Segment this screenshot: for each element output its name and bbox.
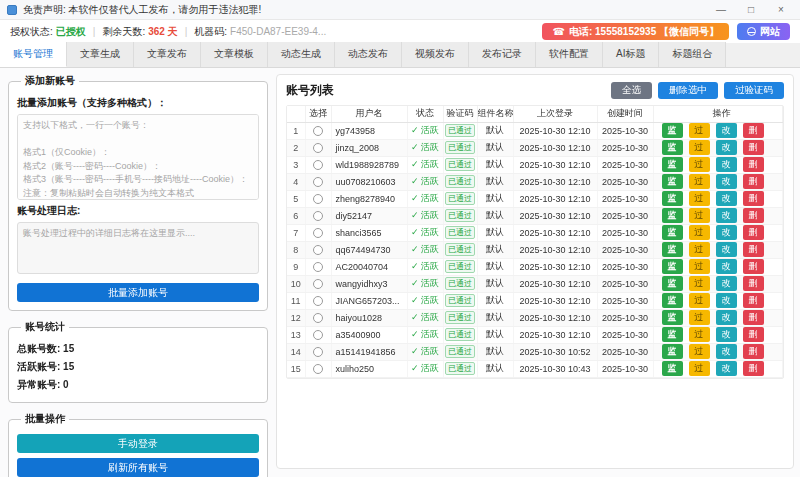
row-checkbox[interactable] [313, 177, 323, 187]
row-action-过-button[interactable]: 过 [689, 344, 710, 359]
row-action-删-button[interactable]: 删 [743, 259, 764, 274]
row-action-改-button[interactable]: 改 [716, 242, 737, 257]
row-action-过-button[interactable]: 过 [689, 123, 710, 138]
row-action-删-button[interactable]: 删 [743, 293, 764, 308]
close-icon[interactable]: × [766, 0, 796, 20]
row-action-过-button[interactable]: 过 [689, 242, 710, 257]
tab-文章发布[interactable]: 文章发布 [134, 42, 201, 67]
row-checkbox[interactable] [313, 330, 323, 340]
row-action-删-button[interactable]: 删 [743, 157, 764, 172]
batch-op-button-刷新所有账号[interactable]: 刷新所有账号 [17, 458, 259, 477]
row-action-过-button[interactable]: 过 [689, 157, 710, 172]
batch-add-button[interactable]: 批量添加账号 [17, 283, 259, 302]
row-checkbox[interactable] [313, 126, 323, 136]
row-action-改-button[interactable]: 改 [716, 259, 737, 274]
row-checkbox[interactable] [313, 347, 323, 357]
row-action-删-button[interactable]: 删 [743, 344, 764, 359]
row-action-监-button[interactable]: 监 [662, 293, 683, 308]
toolbar-button-过验证码[interactable]: 过验证码 [724, 82, 784, 99]
row-action-过-button[interactable]: 过 [689, 310, 710, 325]
row-action-过-button[interactable]: 过 [689, 225, 710, 240]
toolbar-button-删除选中[interactable]: 删除选中 [658, 82, 718, 99]
row-checkbox[interactable] [313, 194, 323, 204]
row-action-过-button[interactable]: 过 [689, 327, 710, 342]
row-checkbox[interactable] [313, 364, 323, 374]
row-action-删-button[interactable]: 删 [743, 123, 764, 138]
batch-add-textarea[interactable] [17, 114, 259, 200]
row-checkbox[interactable] [313, 228, 323, 238]
row-action-删-button[interactable]: 删 [743, 225, 764, 240]
row-action-改-button[interactable]: 改 [716, 276, 737, 291]
tab-文章模板[interactable]: 文章模板 [201, 42, 268, 67]
row-action-监-button[interactable]: 监 [662, 327, 683, 342]
row-action-删-button[interactable]: 删 [743, 208, 764, 223]
row-checkbox[interactable] [313, 313, 323, 323]
maximize-icon[interactable]: □ [736, 0, 766, 20]
row-action-监-button[interactable]: 监 [662, 276, 683, 291]
batch-op-button-手动登录[interactable]: 手动登录 [17, 434, 259, 453]
phone-button[interactable]: ☎ 电话: 15558152935 【微信同号】 [542, 23, 729, 40]
row-action-删-button[interactable]: 删 [743, 242, 764, 257]
tab-AI标题[interactable]: AI标题 [603, 42, 659, 67]
toolbar-button-全选[interactable]: 全选 [611, 82, 652, 99]
row-action-监-button[interactable]: 监 [662, 157, 683, 172]
row-checkbox[interactable] [313, 279, 323, 289]
row-action-监-button[interactable]: 监 [662, 242, 683, 257]
row-action-删-button[interactable]: 删 [743, 174, 764, 189]
row-action-监-button[interactable]: 监 [662, 191, 683, 206]
row-action-监-button[interactable]: 监 [662, 123, 683, 138]
row-action-删-button[interactable]: 删 [743, 191, 764, 206]
row-checkbox[interactable] [313, 245, 323, 255]
row-checkbox[interactable] [313, 262, 323, 272]
row-action-改-button[interactable]: 改 [716, 191, 737, 206]
tab-动态发布[interactable]: 动态发布 [335, 42, 402, 67]
row-action-删-button[interactable]: 删 [743, 327, 764, 342]
row-action-改-button[interactable]: 改 [716, 344, 737, 359]
row-action-删-button[interactable]: 删 [743, 310, 764, 325]
row-action-监-button[interactable]: 监 [662, 225, 683, 240]
row-action-监-button[interactable]: 监 [662, 259, 683, 274]
row-action-删-button[interactable]: 删 [743, 140, 764, 155]
row-action-过-button[interactable]: 过 [689, 361, 710, 376]
row-checkbox[interactable] [313, 143, 323, 153]
row-action-监-button[interactable]: 监 [662, 174, 683, 189]
row-action-改-button[interactable]: 改 [716, 123, 737, 138]
row-action-监-button[interactable]: 监 [662, 361, 683, 376]
log-textarea[interactable] [17, 222, 259, 274]
row-action-改-button[interactable]: 改 [716, 225, 737, 240]
tab-软件配置[interactable]: 软件配置 [536, 42, 603, 67]
tab-标题组合[interactable]: 标题组合 [659, 42, 726, 67]
row-action-改-button[interactable]: 改 [716, 140, 737, 155]
tab-账号管理[interactable]: 账号管理 [0, 42, 67, 67]
row-action-改-button[interactable]: 改 [716, 293, 737, 308]
tab-动态生成[interactable]: 动态生成 [268, 42, 335, 67]
row-action-改-button[interactable]: 改 [716, 361, 737, 376]
row-action-监-button[interactable]: 监 [662, 310, 683, 325]
row-action-过-button[interactable]: 过 [689, 276, 710, 291]
row-action-改-button[interactable]: 改 [716, 174, 737, 189]
row-action-过-button[interactable]: 过 [689, 191, 710, 206]
row-action-改-button[interactable]: 改 [716, 327, 737, 342]
account-table: 选择用户名状态验证码组件名称上次登录创建时间操作 1yg743958✓ 活跃已通… [287, 106, 783, 378]
row-action-过-button[interactable]: 过 [689, 140, 710, 155]
row-action-删-button[interactable]: 删 [743, 276, 764, 291]
row-action-过-button[interactable]: 过 [689, 174, 710, 189]
row-action-监-button[interactable]: 监 [662, 208, 683, 223]
row-action-过-button[interactable]: 过 [689, 208, 710, 223]
minimize-icon[interactable]: — [706, 0, 736, 20]
row-checkbox[interactable] [313, 211, 323, 221]
row-action-改-button[interactable]: 改 [716, 208, 737, 223]
tab-文章生成[interactable]: 文章生成 [67, 42, 134, 67]
row-action-删-button[interactable]: 删 [743, 361, 764, 376]
row-action-监-button[interactable]: 监 [662, 140, 683, 155]
row-action-改-button[interactable]: 改 [716, 157, 737, 172]
row-action-过-button[interactable]: 过 [689, 259, 710, 274]
row-checkbox[interactable] [313, 160, 323, 170]
row-action-改-button[interactable]: 改 [716, 310, 737, 325]
website-button[interactable]: 网站 [737, 23, 790, 40]
row-action-监-button[interactable]: 监 [662, 344, 683, 359]
row-action-过-button[interactable]: 过 [689, 293, 710, 308]
row-checkbox[interactable] [313, 296, 323, 306]
tab-视频发布[interactable]: 视频发布 [402, 42, 469, 67]
tab-发布记录[interactable]: 发布记录 [469, 42, 536, 67]
